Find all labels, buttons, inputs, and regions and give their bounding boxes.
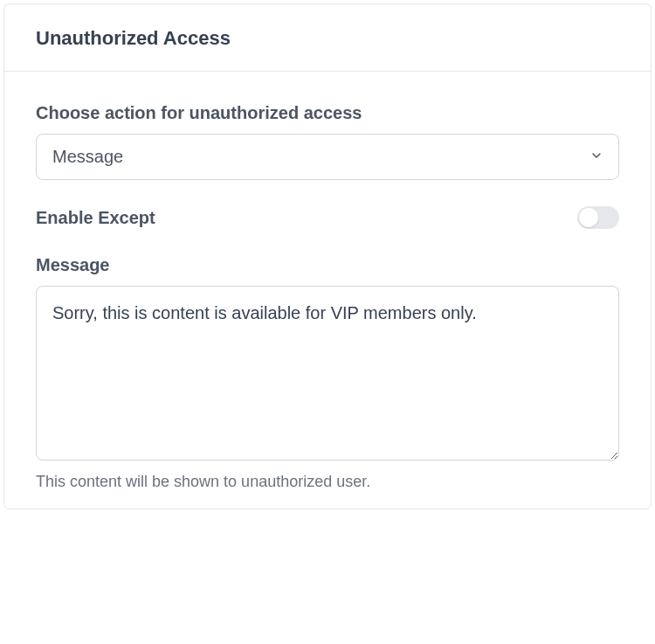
- panel-title: Unauthorized Access: [36, 27, 619, 50]
- panel-header: Unauthorized Access: [4, 4, 651, 72]
- toggle-knob: [579, 208, 598, 227]
- panel-body: Choose action for unauthorized access Me…: [4, 72, 651, 509]
- action-label: Choose action for unauthorized access: [36, 103, 619, 123]
- action-selected-value: Message: [52, 147, 123, 167]
- message-textarea[interactable]: [36, 286, 619, 460]
- message-label: Message: [36, 255, 619, 275]
- action-select[interactable]: Message: [36, 134, 619, 180]
- enable-except-label: Enable Except: [36, 208, 155, 228]
- message-helper: This content will be shown to unauthoriz…: [36, 473, 619, 491]
- enable-except-row: Enable Except: [36, 206, 619, 229]
- action-select-wrap: Message: [36, 134, 619, 180]
- enable-except-toggle[interactable]: [577, 206, 619, 229]
- unauthorized-access-panel: Unauthorized Access Choose action for un…: [3, 3, 652, 509]
